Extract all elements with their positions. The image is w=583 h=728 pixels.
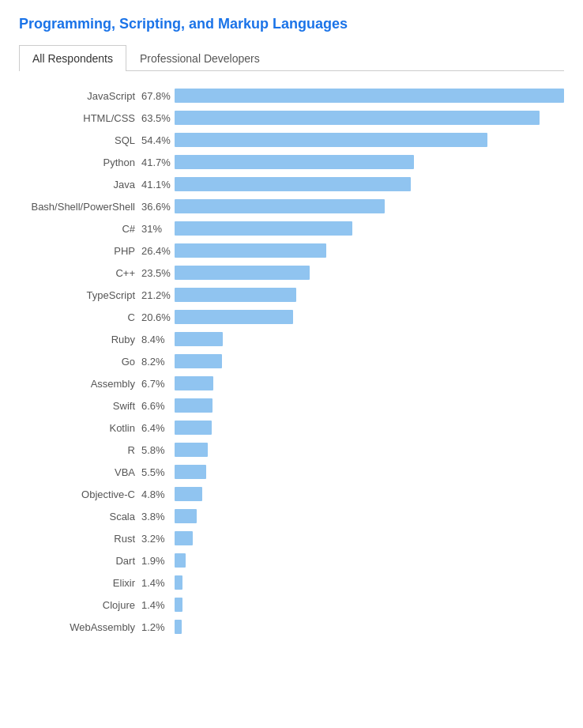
bar-label: Elixir [19, 577, 141, 589]
bar-row: Go8.2% [19, 353, 564, 370]
bar-pct: 1.4% [141, 599, 175, 611]
bar-track [175, 177, 564, 191]
bar-pct: 6.4% [141, 422, 175, 434]
bar-pct: 41.1% [141, 179, 175, 190]
bar-track [175, 288, 564, 302]
bar-row: C#31% [19, 220, 564, 237]
bar-fill [175, 221, 352, 236]
bar-label: WebAssembly [19, 621, 141, 633]
bar-row: Assembly6.7% [19, 375, 564, 392]
bar-label: Ruby [19, 334, 141, 345]
bar-label: R [19, 444, 141, 456]
bar-fill [175, 199, 385, 213]
bar-track [175, 199, 564, 213]
tab-bar: All Respondents Professional Developers [19, 45, 564, 71]
bar-fill [175, 266, 310, 280]
bar-row: JavaScript67.8% [19, 87, 564, 104]
bar-fill [175, 177, 411, 191]
tab-professional-developers[interactable]: Professional Developers [126, 45, 273, 71]
bar-fill [175, 575, 182, 590]
bar-pct: 21.2% [141, 289, 175, 301]
bar-fill [175, 443, 208, 457]
bar-row: VBA5.5% [19, 463, 564, 481]
bar-fill [175, 89, 564, 103]
bar-label: Go [19, 356, 141, 368]
bar-fill [175, 376, 213, 390]
bar-track [175, 509, 564, 523]
bar-row: Kotlin6.4% [19, 419, 564, 436]
bar-fill [175, 465, 206, 479]
bar-pct: 1.4% [141, 577, 175, 589]
bar-label: Python [19, 157, 141, 168]
bar-row: TypeScript21.2% [19, 286, 564, 304]
bar-pct: 8.2% [141, 356, 175, 368]
bar-row: Swift6.6% [19, 397, 564, 414]
bar-row: Rust3.2% [19, 530, 564, 547]
bar-label: C [19, 311, 141, 323]
bar-row: Ruby8.4% [19, 330, 564, 348]
bar-fill [175, 620, 182, 634]
bar-track [175, 443, 564, 457]
bar-fill [175, 111, 540, 125]
bar-label: Scala [19, 511, 141, 522]
bar-row: Elixir1.4% [19, 574, 564, 591]
bar-row: Clojure1.4% [19, 596, 564, 613]
bar-fill [175, 243, 326, 258]
bar-row: HTML/CSS63.5% [19, 109, 564, 126]
bar-fill [175, 531, 193, 545]
bar-label: VBA [19, 466, 141, 478]
bar-label: Kotlin [19, 422, 141, 434]
bar-fill [175, 332, 223, 346]
bar-fill [175, 553, 186, 568]
bar-track [175, 398, 564, 413]
bar-row: Objective-C4.8% [19, 485, 564, 503]
bar-fill [175, 487, 202, 501]
bar-track [175, 575, 564, 590]
bar-pct: 20.6% [141, 311, 175, 323]
bar-pct: 67.8% [141, 90, 175, 102]
bar-pct: 54.4% [141, 134, 175, 146]
bar-fill [175, 354, 222, 368]
bar-label: PHP [19, 245, 141, 257]
bar-track [175, 221, 564, 236]
tab-all-respondents[interactable]: All Respondents [19, 45, 126, 71]
bar-track [175, 376, 564, 390]
bar-label: C++ [19, 267, 141, 279]
bar-track [175, 620, 564, 634]
bar-pct: 31% [141, 223, 175, 235]
bar-fill [175, 133, 487, 147]
bar-row: Java41.1% [19, 175, 564, 193]
bar-track [175, 421, 564, 435]
bar-track [175, 487, 564, 501]
bar-track [175, 310, 564, 324]
bar-track [175, 111, 564, 125]
bar-track [175, 155, 564, 169]
bar-track [175, 89, 564, 103]
bar-pct: 6.6% [141, 400, 175, 412]
bar-label: Clojure [19, 599, 141, 611]
bar-label: C# [19, 223, 141, 235]
bar-pct: 3.8% [141, 511, 175, 522]
bar-row: Bash/Shell/PowerShell36.6% [19, 198, 564, 215]
bar-fill [175, 155, 414, 169]
bar-pct: 5.5% [141, 466, 175, 478]
bar-pct: 3.2% [141, 533, 175, 545]
bar-pct: 23.5% [141, 267, 175, 279]
bar-label: HTML/CSS [19, 112, 141, 124]
bar-track [175, 133, 564, 147]
bar-label: SQL [19, 134, 141, 146]
bar-pct: 4.8% [141, 488, 175, 500]
bar-pct: 6.7% [141, 378, 175, 390]
bar-pct: 36.6% [141, 201, 175, 213]
bar-pct: 63.5% [141, 112, 175, 124]
bar-track [175, 531, 564, 545]
bar-track [175, 243, 564, 258]
bar-pct: 1.2% [141, 621, 175, 633]
bar-chart: JavaScript67.8%HTML/CSS63.5%SQL54.4%Pyth… [19, 87, 564, 636]
bar-row: Python41.7% [19, 153, 564, 171]
bar-row: C20.6% [19, 308, 564, 326]
bar-row: PHP26.4% [19, 242, 564, 259]
bar-fill [175, 421, 212, 435]
bar-label: Assembly [19, 378, 141, 390]
bar-row: Dart1.9% [19, 552, 564, 569]
